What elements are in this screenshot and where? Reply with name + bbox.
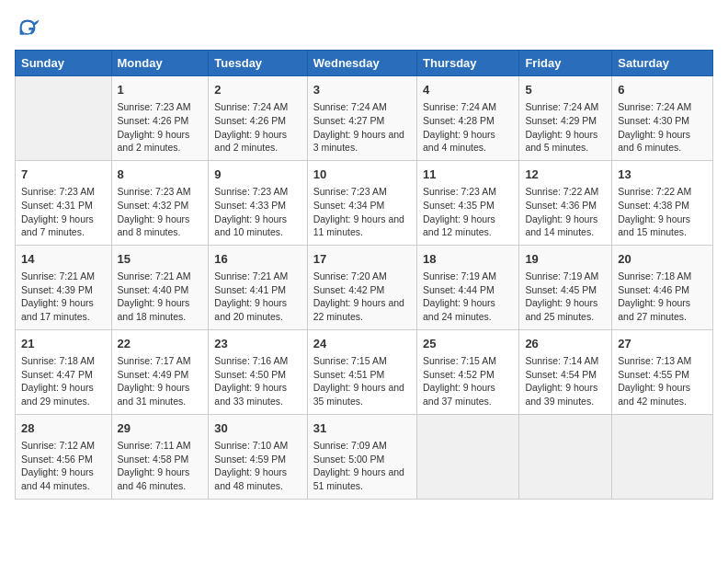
calendar-cell: 17Sunrise: 7:20 AMSunset: 4:42 PMDayligh… [307,245,416,329]
day-number: 5 [525,82,606,98]
calendar-cell: 22Sunrise: 7:17 AMSunset: 4:49 PMDayligh… [111,329,209,414]
day-number: 18 [423,251,513,268]
calendar-cell: 29Sunrise: 7:11 AMSunset: 4:58 PMDayligh… [111,414,209,499]
day-info: Sunrise: 7:09 AMSunset: 5:00 PMDaylight:… [313,439,411,493]
header-saturday: Saturday [612,51,713,76]
day-number: 7 [21,167,106,183]
day-number: 27 [618,336,707,352]
day-number: 25 [423,336,513,352]
day-info: Sunrise: 7:12 AMSunset: 4:56 PMDaylight:… [21,439,106,493]
day-info: Sunrise: 7:19 AMSunset: 4:45 PMDaylight:… [525,270,606,324]
calendar-cell: 11Sunrise: 7:23 AMSunset: 4:35 PMDayligh… [417,160,519,245]
day-info: Sunrise: 7:15 AMSunset: 4:51 PMDaylight:… [313,354,411,408]
day-info: Sunrise: 7:23 AMSunset: 4:34 PMDaylight:… [313,185,411,239]
day-info: Sunrise: 7:24 AMSunset: 4:29 PMDaylight:… [525,100,606,155]
header-row: SundayMondayTuesdayWednesdayThursdayFrid… [16,51,713,76]
header-sunday: Sunday [16,51,112,76]
day-number: 22 [118,336,203,352]
day-info: Sunrise: 7:10 AMSunset: 4:59 PMDaylight:… [214,439,301,493]
calendar-cell: 25Sunrise: 7:15 AMSunset: 4:52 PMDayligh… [417,329,519,414]
day-number: 28 [21,420,106,437]
day-info: Sunrise: 7:17 AMSunset: 4:49 PMDaylight:… [118,354,203,408]
day-info: Sunrise: 7:19 AMSunset: 4:44 PMDaylight:… [423,270,513,324]
calendar-cell: 18Sunrise: 7:19 AMSunset: 4:44 PMDayligh… [417,245,519,329]
header-thursday: Thursday [417,51,519,76]
calendar-cell: 15Sunrise: 7:21 AMSunset: 4:40 PMDayligh… [111,245,209,329]
calendar-cell: 5Sunrise: 7:24 AMSunset: 4:29 PMDaylight… [519,76,612,161]
day-number: 26 [525,336,606,352]
day-info: Sunrise: 7:21 AMSunset: 4:39 PMDaylight:… [21,270,106,324]
day-info: Sunrise: 7:21 AMSunset: 4:41 PMDaylight:… [214,270,301,324]
logo [15,15,44,40]
calendar-cell [519,414,612,499]
week-row-5: 28Sunrise: 7:12 AMSunset: 4:56 PMDayligh… [16,414,713,499]
day-number: 10 [313,167,411,183]
calendar-cell: 7Sunrise: 7:23 AMSunset: 4:31 PMDaylight… [16,160,112,245]
day-number: 4 [423,82,513,98]
day-number: 23 [214,336,301,352]
day-info: Sunrise: 7:22 AMSunset: 4:38 PMDaylight:… [618,185,707,239]
calendar-cell: 23Sunrise: 7:16 AMSunset: 4:50 PMDayligh… [209,329,307,414]
calendar-cell: 31Sunrise: 7:09 AMSunset: 5:00 PMDayligh… [307,414,416,499]
logo-icon [15,15,40,40]
calendar-cell: 10Sunrise: 7:23 AMSunset: 4:34 PMDayligh… [307,160,416,245]
calendar-table: SundayMondayTuesdayWednesdayThursdayFrid… [15,50,713,500]
day-number: 14 [21,251,106,268]
day-number: 16 [214,251,301,268]
calendar-cell: 1Sunrise: 7:23 AMSunset: 4:26 PMDaylight… [111,76,209,161]
day-number: 9 [214,167,301,183]
day-number: 21 [21,336,106,352]
calendar-cell: 9Sunrise: 7:23 AMSunset: 4:33 PMDaylight… [209,160,307,245]
calendar-cell: 21Sunrise: 7:18 AMSunset: 4:47 PMDayligh… [16,329,112,414]
calendar-cell: 13Sunrise: 7:22 AMSunset: 4:38 PMDayligh… [612,160,713,245]
day-number: 17 [313,251,411,268]
day-info: Sunrise: 7:13 AMSunset: 4:55 PMDaylight:… [618,354,707,408]
day-number: 8 [118,167,203,183]
header [15,15,713,40]
day-info: Sunrise: 7:23 AMSunset: 4:26 PMDaylight:… [118,100,203,155]
day-number: 11 [423,167,513,183]
calendar-cell: 3Sunrise: 7:24 AMSunset: 4:27 PMDaylight… [307,76,416,161]
day-info: Sunrise: 7:20 AMSunset: 4:42 PMDaylight:… [313,270,411,324]
day-info: Sunrise: 7:18 AMSunset: 4:47 PMDaylight:… [21,354,106,408]
calendar-cell [612,414,713,499]
day-info: Sunrise: 7:15 AMSunset: 4:52 PMDaylight:… [423,354,513,408]
day-info: Sunrise: 7:11 AMSunset: 4:58 PMDaylight:… [118,439,203,493]
day-number: 19 [525,251,606,268]
day-info: Sunrise: 7:24 AMSunset: 4:27 PMDaylight:… [313,100,411,155]
day-info: Sunrise: 7:24 AMSunset: 4:30 PMDaylight:… [618,100,707,155]
header-wednesday: Wednesday [307,51,416,76]
day-number: 15 [118,251,203,268]
day-info: Sunrise: 7:16 AMSunset: 4:50 PMDaylight:… [214,354,301,408]
day-info: Sunrise: 7:23 AMSunset: 4:33 PMDaylight:… [214,185,301,239]
calendar-cell [16,76,112,161]
calendar-cell: 20Sunrise: 7:18 AMSunset: 4:46 PMDayligh… [612,245,713,329]
day-number: 31 [313,420,411,437]
day-info: Sunrise: 7:18 AMSunset: 4:46 PMDaylight:… [618,270,707,324]
day-number: 20 [618,251,707,268]
day-number: 2 [214,82,301,98]
day-info: Sunrise: 7:14 AMSunset: 4:54 PMDaylight:… [525,354,606,408]
day-info: Sunrise: 7:24 AMSunset: 4:26 PMDaylight:… [214,100,301,155]
calendar-cell: 27Sunrise: 7:13 AMSunset: 4:55 PMDayligh… [612,329,713,414]
day-info: Sunrise: 7:23 AMSunset: 4:32 PMDaylight:… [118,185,203,239]
calendar-cell: 24Sunrise: 7:15 AMSunset: 4:51 PMDayligh… [307,329,416,414]
day-info: Sunrise: 7:23 AMSunset: 4:35 PMDaylight:… [423,185,513,239]
calendar-cell: 16Sunrise: 7:21 AMSunset: 4:41 PMDayligh… [209,245,307,329]
header-friday: Friday [519,51,612,76]
calendar-cell: 19Sunrise: 7:19 AMSunset: 4:45 PMDayligh… [519,245,612,329]
week-row-2: 7Sunrise: 7:23 AMSunset: 4:31 PMDaylight… [16,160,713,245]
day-info: Sunrise: 7:21 AMSunset: 4:40 PMDaylight:… [118,270,203,324]
calendar-cell: 2Sunrise: 7:24 AMSunset: 4:26 PMDaylight… [209,76,307,161]
calendar-cell: 4Sunrise: 7:24 AMSunset: 4:28 PMDaylight… [417,76,519,161]
day-number: 30 [214,420,301,437]
day-number: 29 [118,420,203,437]
calendar-cell: 8Sunrise: 7:23 AMSunset: 4:32 PMDaylight… [111,160,209,245]
header-monday: Monday [111,51,209,76]
calendar-cell [417,414,519,499]
day-number: 12 [525,167,606,183]
day-number: 6 [618,82,707,98]
day-info: Sunrise: 7:23 AMSunset: 4:31 PMDaylight:… [21,185,106,239]
calendar-cell: 28Sunrise: 7:12 AMSunset: 4:56 PMDayligh… [16,414,112,499]
day-info: Sunrise: 7:22 AMSunset: 4:36 PMDaylight:… [525,185,606,239]
